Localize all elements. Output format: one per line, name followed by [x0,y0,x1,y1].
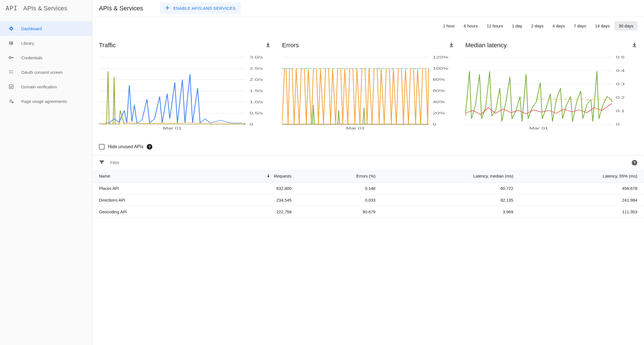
download-icon[interactable] [449,42,454,49]
svg-text:0.2: 0.2 [616,96,624,100]
apis-table: Name Requests Errors (%) Latency, median… [92,170,644,218]
sidebar-item-label: OAuth consent screen [21,70,63,75]
library-icon [8,40,15,46]
sidebar-item-library[interactable]: Library [0,36,92,50]
table-row[interactable]: Directions API 234,545 0.033 82.135 241.… [92,194,644,206]
chart-title: Traffic [99,42,116,49]
svg-text:0: 0 [433,122,436,126]
table-row[interactable]: Places API 632,800 0.148 60.722 456.678 [92,183,644,194]
cell-latency-median: 82.135 [382,194,520,206]
cell-name: Geocoding API [92,206,199,218]
svg-text:0: 0 [616,122,619,126]
svg-point-0 [9,57,11,59]
hide-unused-label: Hide unused APIs [108,144,143,149]
table-row[interactable]: Geocoding API 222,758 90.679 3.969 111.3… [92,206,644,218]
cell-errors: 90.679 [298,206,382,218]
cell-latency-median: 60.722 [382,183,520,194]
download-icon[interactable] [265,42,271,49]
time-option-6hours[interactable]: 6 hours [460,21,482,30]
svg-text:40%: 40% [433,100,445,104]
download-icon[interactable] [632,42,637,49]
sort-down-icon [266,174,271,178]
sidebar-item-label: Dashboard [21,26,42,31]
cell-latency-median: 3.969 [382,206,520,218]
hide-unused-row: Hide unused APIs ? [92,136,644,155]
time-option-7days[interactable]: 7 days [570,21,590,30]
cell-requests: 632,800 [199,183,298,194]
svg-text:60%: 60% [433,89,445,93]
hide-unused-checkbox[interactable] [99,144,105,150]
filter-bar: ? [92,155,644,170]
time-option-2days[interactable]: 2 days [527,21,547,30]
dashboard-icon [8,25,15,32]
sidebar-item-label: Credentials [21,55,42,60]
cell-errors: 0.033 [298,194,382,206]
col-errors[interactable]: Errors (%) [298,170,382,183]
svg-text:80%: 80% [433,78,445,82]
chart-errors: Errors 120% 100% [282,42,454,130]
time-option-4days[interactable]: 4 days [549,21,569,30]
charts-row: Traffic 3.0/s 2.5/s [92,30,644,136]
page-title: APIs & Services [99,5,143,12]
cell-errors: 0.148 [298,183,382,194]
col-latency-median[interactable]: Latency, median (ms) [382,170,520,183]
sidebar-item-dashboard[interactable]: Dashboard [0,21,92,36]
svg-text:3.0/s: 3.0/s [250,55,263,59]
filter-icon[interactable] [99,159,105,166]
col-requests[interactable]: Requests [199,170,298,183]
time-option-30days[interactable]: 30 days [615,21,637,30]
enable-button-label: ENABLE APIS AND SERVICES [173,6,236,11]
col-latency-95[interactable]: Latency, 95% (ms) [520,170,644,183]
svg-text:20%: 20% [433,111,445,115]
svg-text:Mar 01: Mar 01 [529,126,548,130]
main-header: APIs & Services ENABLE APIS AND SERVICES [92,0,644,17]
sidebar-header: API APIs & Services [0,0,92,17]
svg-text:100%: 100% [433,67,449,70]
check-icon [8,83,15,90]
chart-plot-area: 3.0/s 2.5/s 2.0/s 1.5/s 1.0/s 0.5/s 0 [99,55,271,130]
svg-text:2.0/s: 2.0/s [250,78,263,82]
filter-input[interactable] [110,160,626,165]
svg-rect-1 [9,85,13,89]
key-icon [8,54,15,61]
sidebar: API APIs & Services Dashboard Library [0,0,92,345]
sidebar-item-label: Library [21,41,34,46]
enable-apis-button[interactable]: ENABLE APIS AND SERVICES [160,3,241,14]
svg-text:2.5/s: 2.5/s [250,67,263,70]
help-icon[interactable]: ? [632,160,637,166]
time-range-selector: 1 hour 6 hours 12 hours 1 day 2 days 4 d… [92,17,644,30]
agreement-icon [8,98,15,105]
chart-plot-area: 120% 100% 80% 60% 40% 20% 0 [282,55,454,130]
sidebar-nav: Dashboard Library Credentials OAuth cons… [0,17,92,108]
help-icon[interactable]: ? [147,144,152,150]
sidebar-item-label: Domain verification [21,84,57,89]
main-content: APIs & Services ENABLE APIS AND SERVICES… [92,0,644,345]
svg-text:Mar 01: Mar 01 [163,126,182,130]
sidebar-item-label: Page usage agreements [21,99,67,104]
plus-icon [165,5,170,11]
svg-text:0.4: 0.4 [616,69,624,73]
sidebar-item-oauth-consent[interactable]: OAuth consent screen [0,65,92,79]
sidebar-item-credentials[interactable]: Credentials [0,50,92,65]
cell-latency-95: 111.353 [520,206,644,218]
time-option-14days[interactable]: 14 days [591,21,614,30]
time-option-1day[interactable]: 1 day [508,21,526,30]
svg-text:Mar 01: Mar 01 [346,126,365,130]
svg-text:1.0/s: 1.0/s [250,100,263,104]
svg-text:0.1: 0.1 [616,109,624,113]
chart-title: Errors [282,42,299,49]
svg-text:0.5: 0.5 [616,55,624,59]
sidebar-item-page-usage[interactable]: Page usage agreements [0,94,92,108]
sidebar-title: APIs & Services [23,5,67,12]
svg-text:120%: 120% [433,55,449,59]
time-option-12hours[interactable]: 12 hours [483,21,507,30]
sidebar-item-domain-verification[interactable]: Domain verification [0,79,92,94]
cell-latency-95: 456.678 [520,183,644,194]
col-name[interactable]: Name [92,170,199,183]
svg-text:0.3: 0.3 [616,82,624,86]
svg-text:0: 0 [250,122,253,126]
svg-text:1.5/s: 1.5/s [250,89,263,93]
svg-text:0.5/s: 0.5/s [250,111,263,115]
time-option-1hour[interactable]: 1 hour [439,21,459,30]
cell-latency-95: 241.984 [520,194,644,206]
